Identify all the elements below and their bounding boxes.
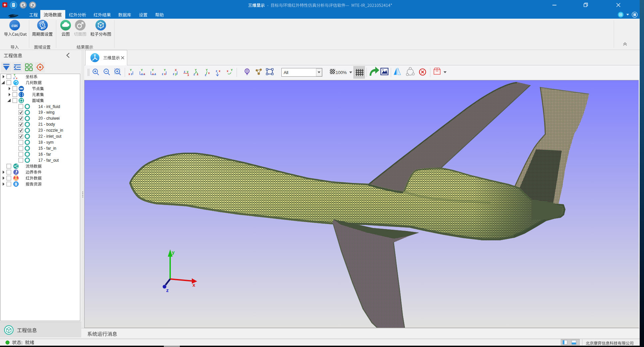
svg-text:Y: Y xyxy=(14,73,15,76)
svg-text:x: x xyxy=(16,77,18,80)
svg-text:z: z xyxy=(13,77,15,80)
